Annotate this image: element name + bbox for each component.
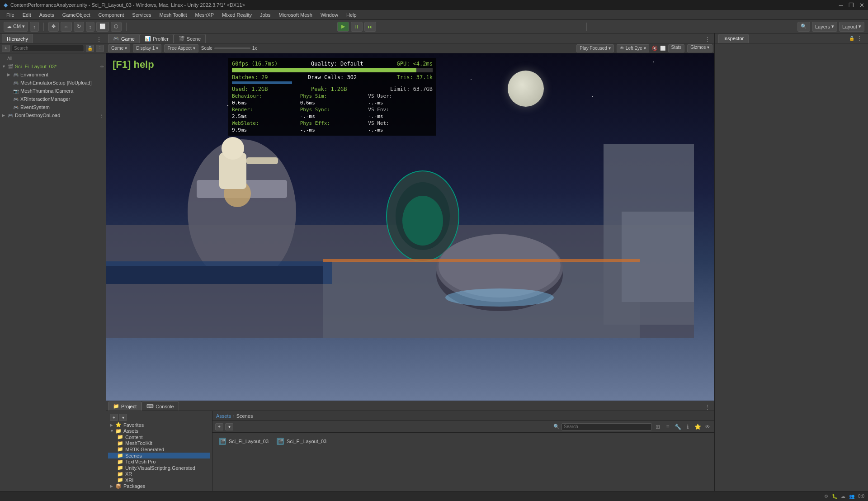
rect-tool[interactable]: ⬜ xyxy=(96,22,109,32)
play-button[interactable]: ▶ xyxy=(337,22,349,32)
menu-file[interactable]: File xyxy=(3,11,18,19)
tree-item-all[interactable]: All xyxy=(0,54,106,62)
assets-label: Assets xyxy=(123,428,138,434)
breadcrumb-assets[interactable]: Assets xyxy=(216,413,231,419)
gameview-more-btn[interactable]: ⋮ xyxy=(703,36,712,43)
project-add-btn[interactable]: + xyxy=(110,414,118,421)
tree-item-eventsystem[interactable]: 🎮 EventSystem xyxy=(0,103,106,111)
folder-meshtoolkit[interactable]: 📁 MeshToolKit xyxy=(108,440,210,447)
folder-content[interactable]: 📁 Content xyxy=(108,434,210,440)
tree-item-scene[interactable]: ▼ 🎬 Sci_Fi_Layout_03* ✏ xyxy=(0,62,106,71)
folder-xri[interactable]: 📁 XRI xyxy=(108,477,210,483)
asset-icon-btn-1[interactable]: ⊞ xyxy=(654,423,662,431)
rotate-tool[interactable]: ↻ xyxy=(74,22,84,32)
menu-help[interactable]: Help xyxy=(343,11,360,19)
tab-profiler[interactable]: 📊 Profiler xyxy=(140,34,174,43)
asset-icon-btn-6[interactable]: 👁 xyxy=(703,423,712,431)
tab-project[interactable]: 📁 Project xyxy=(108,402,142,411)
project-options-btn[interactable]: ▾ xyxy=(119,414,127,421)
hierarchy-more-btn[interactable]: ⋮ xyxy=(96,45,104,52)
folder-packages[interactable]: ▶ 📦 Packages xyxy=(108,483,210,489)
menu-gameobject[interactable]: GameObject xyxy=(59,11,94,19)
asset-options-btn[interactable]: ▾ xyxy=(225,423,233,430)
tab-game[interactable]: 🎮 Game xyxy=(108,34,140,43)
status-icon-build[interactable]: ☁ xyxy=(841,494,845,499)
scale-tool[interactable]: ↕ xyxy=(86,22,95,32)
asset-icon-btn-4[interactable]: ℹ xyxy=(684,423,692,431)
inspector-lock-btn[interactable]: 🔒 xyxy=(849,36,854,41)
tab-hierarchy[interactable]: Hierarchy xyxy=(2,34,33,43)
pause-button[interactable]: ⏸ xyxy=(351,22,363,32)
menu-microsoft-mesh[interactable]: Microsoft Mesh xyxy=(275,11,316,19)
tree-item-camera[interactable]: 📷 MeshThumbnailCamera xyxy=(0,87,106,95)
hierarchy-lock-btn[interactable]: 🔒 xyxy=(86,45,94,52)
asset-item-2[interactable]: 🎬 Sci_Fi_Layout_03 xyxy=(274,436,329,446)
tree-item-mesh-emulator[interactable]: 🎮 MeshEmulatorSetup [NoUpload] xyxy=(0,79,106,87)
close-button[interactable]: ✕ xyxy=(859,2,864,9)
gizmos-button[interactable]: Gizmos ▾ xyxy=(687,44,712,52)
asset-search[interactable] xyxy=(561,423,652,430)
phys-sync-val: -.-ms xyxy=(300,113,365,119)
asset-icon-btn-2[interactable]: ≡ xyxy=(664,423,672,431)
step-button[interactable]: ⏭ xyxy=(364,22,376,32)
move-tool[interactable]: ↔ xyxy=(61,22,72,32)
menu-component[interactable]: Component xyxy=(94,11,127,19)
maximize-button[interactable]: ❐ xyxy=(849,2,854,9)
folder-xr[interactable]: 📁 XR xyxy=(108,471,210,477)
menu-edit[interactable]: Edit xyxy=(19,11,35,19)
hierarchy-search[interactable] xyxy=(12,45,84,52)
folder-favorites[interactable]: ▶ ⭐ Favorites xyxy=(108,422,210,428)
tab-console[interactable]: ⌨ Console xyxy=(142,402,179,411)
folder-assets[interactable]: ▼ 📁 Assets xyxy=(108,428,210,435)
inspector-more-btn[interactable]: ⋮ xyxy=(854,35,864,42)
asset-breadcrumb: Assets › Scenes xyxy=(212,411,714,421)
bottom-more-btn[interactable]: ⋮ xyxy=(703,403,712,411)
collab-btn[interactable]: ↑ xyxy=(30,22,39,32)
asset-icon-btn-5[interactable]: ⭐ xyxy=(693,423,702,431)
tab-scene[interactable]: 🎬 Scene xyxy=(174,34,206,43)
stats-draws: Draw Calls: 302 xyxy=(308,74,357,80)
menu-mixed-reality[interactable]: Mixed Reality xyxy=(218,11,255,19)
status-icon-bug[interactable]: 🐛 xyxy=(832,494,837,499)
folder-mrtk[interactable]: 📁 MRTK.Generated xyxy=(108,446,210,453)
project-browser: + ▾ ▶ ⭐ Favorites ▼ 📁 A xyxy=(106,411,212,491)
asset-item-1[interactable]: 🎬 Sci_Fi_Layout_03 xyxy=(216,436,271,446)
left-eye-dropdown[interactable]: 👁 Left Eye ▾ xyxy=(617,44,649,52)
search-button[interactable]: 🔍 xyxy=(797,22,810,32)
folder-textmesh[interactable]: 📁 TextMesh Pro xyxy=(108,458,210,465)
aspect-dropdown[interactable]: Free Aspect ▾ xyxy=(164,44,198,52)
menu-window[interactable]: Window xyxy=(317,11,342,19)
tree-item-xr[interactable]: 🎮 XRInteractionManager xyxy=(0,95,106,103)
menu-jobs[interactable]: Jobs xyxy=(256,11,274,19)
game-dd-label: Game xyxy=(111,46,123,51)
tree-item-dontdestroy[interactable]: ▶ 🎮 DontDestroyOnLoad ⋮ xyxy=(0,111,106,119)
scale-slider[interactable] xyxy=(214,47,250,49)
game-viewport[interactable]: [F1] help 60fps (16.7ms) Quality: Defaul… xyxy=(106,53,714,401)
status-icon-collab[interactable]: 👥 xyxy=(849,494,854,499)
account-dropdown[interactable]: ☁ CM ▾ xyxy=(4,22,28,32)
layers-dropdown[interactable]: Layers ▾ xyxy=(812,22,837,32)
menu-meshxp[interactable]: MeshXP xyxy=(191,11,217,19)
menu-mesh-toolkit[interactable]: Mesh Toolkit xyxy=(156,11,191,19)
folder-scenes[interactable]: 📁 Scenes xyxy=(108,453,210,459)
hand-tool[interactable]: ✥ xyxy=(48,22,59,32)
hierarchy-add-btn[interactable]: + xyxy=(2,45,10,52)
asset-add-btn[interactable]: + xyxy=(215,423,223,430)
asset-icon-btn-3[interactable]: 🔧 xyxy=(674,423,682,431)
minimize-button[interactable]: ─ xyxy=(839,2,843,9)
tab-inspector[interactable]: Inspector xyxy=(718,34,749,43)
layout-dropdown[interactable]: Layout ▾ xyxy=(839,22,864,32)
mesh-icon: 🎮 xyxy=(13,80,19,86)
status-icon-settings[interactable]: ⚙ xyxy=(824,494,828,499)
display-dropdown[interactable]: Display 1 ▾ xyxy=(133,44,161,52)
folder-visualscripting[interactable]: 📁 Unity.VisualScripting.Generated xyxy=(108,465,210,471)
tree-item-environment[interactable]: ▶ 🎮 Environment xyxy=(0,71,106,79)
hierarchy-menu-btn[interactable]: ⋮ xyxy=(94,36,104,43)
menu-assets[interactable]: Assets xyxy=(36,11,58,19)
transform-tool[interactable]: ⬡ xyxy=(111,22,122,32)
game-dropdown[interactable]: Game ▾ xyxy=(108,44,130,52)
menu-services[interactable]: Services xyxy=(128,11,155,19)
play-focused-dropdown[interactable]: Play Focused ▾ xyxy=(576,44,614,52)
arrow-packages: ▶ xyxy=(110,484,115,488)
stats-button[interactable]: Stats xyxy=(668,44,685,52)
